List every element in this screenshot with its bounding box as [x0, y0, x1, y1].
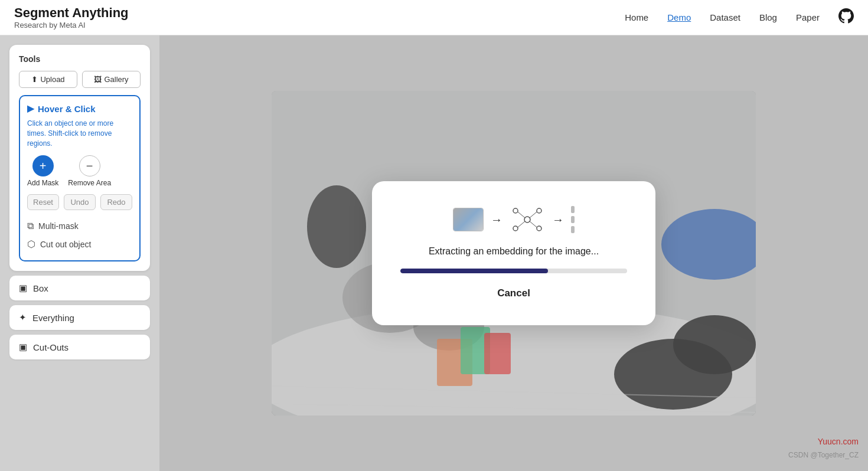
svg-line-20: [518, 221, 525, 227]
tools-panel: Tools ⬆ Upload 🖼 Gallery ▶ Hover & Click: [9, 45, 150, 271]
nav-paper[interactable]: Paper: [796, 12, 820, 22]
header: Segment Anything Research by Meta AI Hom…: [0, 0, 868, 35]
progress-bar: [400, 269, 627, 273]
processing-modal: →: [372, 181, 655, 325]
hover-click-title: ▶ Hover & Click: [27, 103, 132, 114]
everything-section[interactable]: ✦ Everything: [9, 305, 150, 330]
remove-area-group: − Remove Area: [68, 155, 111, 187]
upload-icon: ⬆: [31, 75, 38, 84]
image-area: Yuucn.com CSDN @Together_CZ →: [159, 35, 868, 471]
cut-out-label: Cut out object: [40, 240, 91, 249]
brand: Segment Anything Research by Meta AI: [14, 5, 129, 30]
reset-button[interactable]: Reset: [27, 194, 59, 210]
box-label: Box: [33, 283, 48, 293]
upload-gallery-row: ⬆ Upload 🖼 Gallery: [19, 71, 141, 88]
add-mask-group: + Add Mask: [27, 155, 58, 187]
gallery-icon: 🖼: [94, 75, 102, 84]
svg-point-15: [537, 208, 541, 213]
cursor-icon: ▶: [27, 103, 34, 114]
remove-area-button[interactable]: −: [79, 155, 100, 176]
nav-dataset[interactable]: Dataset: [710, 12, 740, 22]
nav-demo[interactable]: Demo: [667, 12, 691, 22]
tools-title: Tools: [19, 54, 141, 64]
svg-line-21: [530, 221, 537, 227]
cut-outs-label: Cut-Outs: [33, 342, 68, 352]
nav-home[interactable]: Home: [625, 12, 648, 22]
output-dot-1: [571, 206, 575, 213]
main-content: Tools ⬆ Upload 🖼 Gallery ▶ Hover & Click: [0, 35, 868, 471]
add-mask-label: Add Mask: [27, 179, 58, 187]
upload-button[interactable]: ⬆ Upload: [19, 71, 77, 88]
github-icon[interactable]: [838, 8, 854, 27]
app-title: Segment Anything: [14, 5, 129, 21]
multi-mask-row[interactable]: ⧉ Multi-mask: [27, 217, 132, 235]
hover-click-card: ▶ Hover & Click Click an object one or m…: [19, 95, 141, 261]
svg-line-18: [518, 212, 525, 218]
redo-button[interactable]: Redo: [100, 194, 132, 210]
multi-mask-label: Multi-mask: [38, 221, 79, 231]
cancel-button[interactable]: Cancel: [485, 285, 542, 302]
network-graph: [510, 205, 545, 234]
output-dot-3: [571, 226, 575, 233]
arrow-right-icon-2: →: [552, 213, 564, 227]
svg-point-17: [537, 226, 541, 231]
sparkle-icon: ✦: [19, 312, 27, 323]
pipeline-thumbnail: [453, 208, 484, 231]
app-subtitle: Research by Meta AI: [14, 21, 129, 30]
cut-outs-icon: ▣: [19, 342, 27, 352]
mask-buttons: + Add Mask − Remove Area: [27, 155, 132, 187]
cut-outs-section[interactable]: ▣ Cut-Outs: [9, 335, 150, 359]
status-text: Extracting an embedding for the image...: [429, 246, 599, 257]
svg-line-19: [530, 212, 537, 218]
cut-out-icon: ⬡: [27, 238, 35, 250]
output-dots: [571, 206, 575, 233]
cut-out-row[interactable]: ⬡ Cut out object: [27, 235, 132, 253]
multi-mask-icon: ⧉: [27, 221, 34, 231]
undo-button[interactable]: Undo: [64, 194, 96, 210]
thumbnail-image: [453, 208, 483, 231]
gallery-button[interactable]: 🖼 Gallery: [82, 71, 141, 88]
box-icon: ▣: [19, 283, 27, 293]
network-svg: [510, 205, 545, 234]
hover-click-desc: Click an object one or more times. Shift…: [27, 119, 132, 148]
box-section[interactable]: ▣ Box: [9, 276, 150, 300]
modal-overlay: →: [159, 35, 868, 471]
add-mask-button[interactable]: +: [32, 155, 54, 176]
remove-area-label: Remove Area: [68, 179, 111, 187]
svg-point-13: [524, 217, 530, 223]
everything-label: Everything: [32, 313, 74, 323]
sidebar: Tools ⬆ Upload 🖼 Gallery ▶ Hover & Click: [0, 35, 159, 471]
svg-point-16: [513, 226, 518, 231]
nav-blog[interactable]: Blog: [759, 12, 777, 22]
action-buttons: Reset Undo Redo: [27, 194, 132, 210]
progress-bar-fill: [400, 269, 548, 273]
arrow-right-icon: →: [491, 213, 502, 227]
main-nav: Home Demo Dataset Blog Paper: [625, 8, 854, 27]
pipeline-visualization: →: [453, 205, 575, 234]
svg-point-14: [513, 208, 518, 213]
output-dot-2: [571, 216, 575, 223]
